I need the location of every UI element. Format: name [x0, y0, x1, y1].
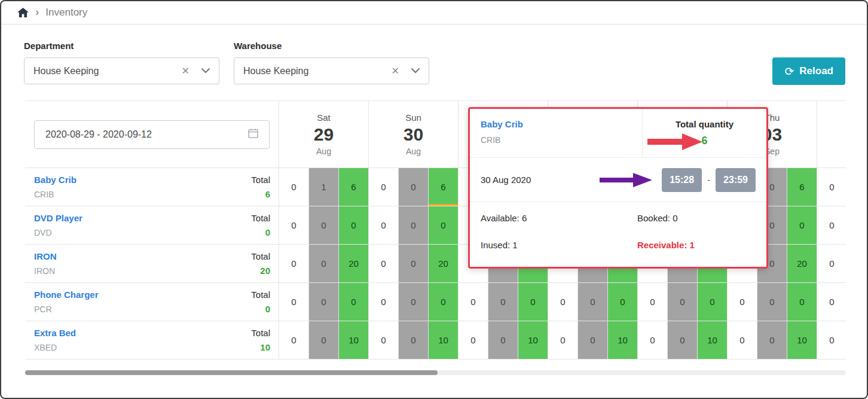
stat-booked: Booked: 0	[637, 213, 756, 223]
stat-inused: Inused: 1	[481, 240, 637, 250]
popup-date-row: 30 Aug 2020 15:28 - 23:59	[470, 158, 766, 202]
inventory-cell[interactable]: 0	[488, 283, 518, 321]
inventory-cell[interactable]: 0	[339, 283, 369, 321]
inventory-cell[interactable]: 20	[429, 245, 459, 282]
day-cell-group: 0	[817, 245, 846, 282]
item-name-link[interactable]: Phone Charger	[34, 290, 99, 300]
warehouse-label: Warehouse	[234, 41, 429, 51]
inventory-cell[interactable]: 0	[548, 321, 578, 359]
popup-item-name-link[interactable]: Baby Crib	[481, 119, 523, 129]
home-icon[interactable]	[17, 8, 29, 18]
table-row: Extra BedXBEDTotal1000100010001000100010…	[25, 321, 846, 360]
inventory-cell[interactable]: 0	[279, 283, 309, 321]
inventory-cell[interactable]: 0	[309, 245, 339, 282]
inventory-cell[interactable]: 10	[787, 321, 817, 359]
inventory-cell[interactable]: 0	[518, 283, 548, 321]
inventory-cell[interactable]: 0	[399, 245, 429, 282]
item-total-label: Total	[251, 290, 270, 300]
day-cell-group: 006	[369, 168, 459, 206]
date-range-input[interactable]: 2020-08-29 - 2020-09-12	[34, 120, 270, 149]
inventory-cell[interactable]: 0	[728, 283, 757, 321]
inventory-cell[interactable]: 6	[787, 168, 817, 206]
warehouse-select[interactable]: House Keeping ✕	[234, 57, 429, 84]
inventory-cell[interactable]: 0	[399, 283, 429, 321]
popup-total-block: Total quantity 6	[642, 109, 766, 157]
chevron-down-icon[interactable]	[411, 68, 420, 74]
inventory-cell[interactable]: 0	[309, 283, 339, 321]
inventory-cell[interactable]: 0	[668, 283, 698, 321]
inventory-cell[interactable]: 0	[429, 206, 459, 244]
inventory-cell[interactable]: 10	[518, 321, 548, 359]
item-name-link[interactable]: DVD Player	[34, 213, 82, 223]
inventory-cell[interactable]: 0	[279, 168, 309, 206]
inventory-cell[interactable]: 0	[817, 283, 846, 321]
inventory-cell[interactable]: 10	[339, 321, 369, 359]
item-name-link[interactable]: IRON	[34, 251, 57, 261]
department-select[interactable]: House Keeping ✕	[24, 57, 219, 84]
inventory-cell[interactable]: 0	[309, 321, 339, 359]
time-from-badge[interactable]: 15:28	[662, 168, 702, 192]
calendar-icon	[248, 128, 258, 141]
inventory-cell[interactable]: 0	[399, 206, 429, 244]
inventory-cell[interactable]: 0	[459, 283, 488, 321]
day-cell-group: 000	[369, 283, 459, 321]
time-to-badge[interactable]: 23:59	[716, 168, 756, 192]
day-cell-group: 0	[817, 321, 846, 359]
inventory-cell[interactable]: 0	[578, 321, 608, 359]
inventory-cell[interactable]: 6	[339, 168, 369, 206]
inventory-cell[interactable]: 0	[638, 283, 668, 321]
inventory-cell[interactable]: 0	[817, 206, 846, 244]
inventory-cell[interactable]: 0	[279, 321, 309, 359]
inventory-cell[interactable]: 1	[309, 168, 339, 206]
inventory-cell[interactable]: 0	[339, 206, 369, 244]
inventory-cell[interactable]: 0	[399, 321, 429, 359]
chevron-down-icon[interactable]	[201, 68, 210, 74]
inventory-cell[interactable]: 0	[369, 283, 399, 321]
inventory-cell[interactable]: 20	[787, 245, 817, 282]
inventory-cell[interactable]: 0	[787, 206, 817, 244]
inventory-cell[interactable]: 0	[369, 168, 399, 206]
inventory-cell[interactable]: 0	[309, 206, 339, 244]
inventory-table: 2020-08-29 - 2020-09-12 Sat29AugSun30Aug…	[25, 100, 846, 360]
inventory-cell[interactable]: 0	[698, 283, 728, 321]
inventory-cell[interactable]: 20	[339, 245, 369, 282]
inventory-cell[interactable]: 0	[279, 245, 309, 282]
clear-icon[interactable]: ✕	[182, 65, 190, 77]
inventory-cell[interactable]: 0	[757, 283, 787, 321]
stat-available: Available: 6	[481, 213, 637, 223]
inventory-cell[interactable]: 0	[548, 283, 578, 321]
inventory-cell[interactable]: 10	[608, 321, 638, 359]
horizontal-scrollbar[interactable]	[25, 370, 846, 375]
inventory-cell[interactable]: 0	[668, 321, 698, 359]
inventory-cell[interactable]: 0	[488, 321, 518, 359]
inventory-cell[interactable]: 10	[698, 321, 728, 359]
inventory-cell[interactable]: 0	[817, 321, 846, 359]
inventory-cell[interactable]: 0	[638, 321, 668, 359]
scrollbar-thumb[interactable]	[25, 370, 438, 375]
warehouse-filter: Warehouse House Keeping ✕	[234, 41, 429, 84]
inventory-cell[interactable]: 6	[429, 168, 459, 206]
inventory-cell[interactable]: 0	[279, 206, 309, 244]
day-cell-group: 0020	[369, 245, 459, 282]
inventory-cell[interactable]: 0	[369, 321, 399, 359]
inventory-cell[interactable]: 0	[369, 245, 399, 282]
inventory-cell[interactable]: 0	[728, 321, 757, 359]
inventory-cell[interactable]: 0	[817, 245, 846, 282]
clear-icon[interactable]: ✕	[392, 65, 399, 77]
table-row: Phone ChargerPCRTotal0000000000000000000…	[25, 283, 846, 321]
inventory-cell[interactable]: 0	[608, 283, 638, 321]
item-name-link[interactable]: Baby Crib	[34, 175, 77, 185]
inventory-cell[interactable]: 0	[578, 283, 608, 321]
inventory-cell[interactable]: 0	[787, 283, 817, 321]
inventory-cell[interactable]: 0	[429, 283, 459, 321]
item-total-label: Total	[251, 175, 270, 185]
reload-button[interactable]: ⟳ Reload	[772, 57, 845, 85]
item-name-link[interactable]: Extra Bed	[34, 328, 76, 338]
inventory-cell[interactable]: 0	[459, 321, 488, 359]
inventory-cell[interactable]: 10	[429, 321, 459, 359]
inventory-cell[interactable]: 0	[757, 321, 787, 359]
inventory-cell[interactable]: 0	[399, 168, 429, 206]
inventory-cell[interactable]: 0	[817, 168, 846, 206]
reload-label: Reload	[799, 65, 833, 77]
inventory-cell[interactable]: 0	[369, 206, 399, 244]
